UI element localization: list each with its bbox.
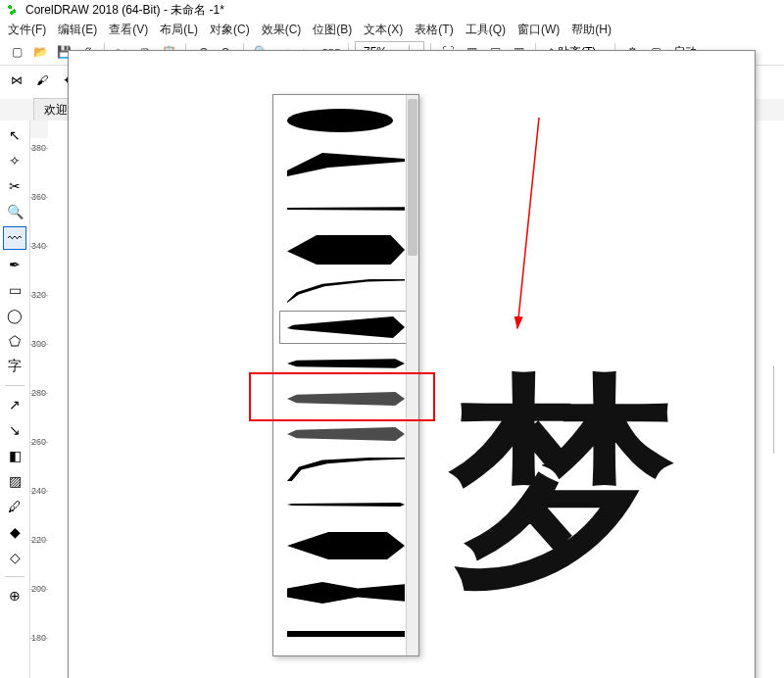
brush-shape-icon bbox=[287, 458, 405, 481]
fill-tool[interactable]: ◆ bbox=[4, 521, 25, 543]
brush-shape-icon bbox=[287, 582, 405, 604]
brush-stroke-popup[interactable] bbox=[272, 94, 419, 656]
pick-tool[interactable]: ↖ bbox=[4, 124, 25, 146]
brush-shape-icon bbox=[287, 427, 405, 441]
menu-tools[interactable]: 工具(Q) bbox=[466, 22, 506, 38]
title-bar: CorelDRAW 2018 (64-Bit) - 未命名 -1* bbox=[0, 0, 784, 20]
transparency-tool[interactable]: ▨ bbox=[4, 470, 25, 492]
new-button[interactable]: ▢ bbox=[6, 41, 27, 63]
menu-file[interactable]: 文件(F) bbox=[8, 22, 46, 38]
brush-option[interactable] bbox=[279, 348, 413, 379]
brush-option[interactable] bbox=[279, 228, 413, 271]
preset-mode-icon[interactable]: ⋈ bbox=[6, 70, 27, 91]
shape-tool[interactable]: ✧ bbox=[4, 150, 25, 171]
scrollbar-thumb[interactable] bbox=[408, 99, 417, 256]
dimension-tool[interactable]: ↗ bbox=[4, 394, 25, 415]
polygon-tool[interactable]: ⬠ bbox=[4, 330, 25, 352]
brush-option[interactable] bbox=[279, 418, 413, 450]
brush-mode-icon[interactable]: 🖌 bbox=[31, 70, 53, 91]
menu-table[interactable]: 表格(T) bbox=[415, 22, 453, 38]
menu-help[interactable]: 帮助(H) bbox=[571, 22, 612, 38]
toolbox: ↖ ✧ ✂ 🔍 〰 ✒ ▭ ◯ ⬠ 字 ↗ ↘ ◧ ▨ 🖊 ◆ ◇ ⊕ bbox=[0, 121, 30, 678]
menu-bitmap[interactable]: 位图(B) bbox=[313, 22, 352, 38]
menu-edit[interactable]: 编辑(E) bbox=[58, 22, 97, 38]
menu-window[interactable]: 窗口(W) bbox=[517, 22, 560, 38]
brush-option[interactable] bbox=[279, 618, 413, 650]
brush-option[interactable] bbox=[279, 524, 413, 567]
open-button[interactable]: 📂 bbox=[29, 41, 51, 63]
eyedropper-tool[interactable]: 🖊 bbox=[4, 496, 25, 517]
brush-option[interactable] bbox=[279, 454, 413, 485]
brush-option[interactable] bbox=[279, 571, 413, 614]
ellipse-tool[interactable]: ◯ bbox=[4, 305, 25, 326]
brush-shape-icon bbox=[287, 532, 405, 559]
menu-object[interactable]: 对象(C) bbox=[210, 22, 250, 38]
docker-edge[interactable] bbox=[773, 365, 784, 454]
vertical-ruler[interactable]: 380360340320300280260240220200180 bbox=[30, 138, 49, 678]
brush-option[interactable] bbox=[279, 311, 413, 344]
window-title: CorelDRAW 2018 (64-Bit) - 未命名 -1* bbox=[25, 0, 224, 20]
brush-option[interactable] bbox=[279, 489, 413, 520]
brush-shape-icon bbox=[287, 631, 405, 637]
ruler-origin[interactable] bbox=[30, 121, 49, 139]
brush-shape-icon bbox=[287, 356, 405, 371]
brush-shape-icon bbox=[287, 500, 405, 509]
connector-tool[interactable]: ↘ bbox=[4, 419, 25, 441]
expand-toolbox-button[interactable]: ⊕ bbox=[4, 585, 25, 606]
brush-option[interactable] bbox=[279, 99, 413, 142]
brush-shape-icon bbox=[287, 200, 405, 218]
artwork-character[interactable]: 梦 bbox=[450, 371, 669, 597]
brush-option[interactable] bbox=[279, 146, 413, 189]
brush-shape-icon bbox=[287, 392, 405, 406]
coreldraw-logo-icon bbox=[6, 3, 20, 17]
brush-shape-icon bbox=[287, 316, 405, 338]
brush-shape-icon bbox=[287, 279, 405, 303]
brush-shape-icon bbox=[287, 235, 405, 265]
outline-tool[interactable]: ◇ bbox=[4, 547, 25, 568]
brush-shape-icon bbox=[287, 106, 405, 135]
zoom-tool[interactable]: 🔍 bbox=[4, 201, 25, 222]
menu-layout[interactable]: 布局(L) bbox=[160, 22, 198, 38]
menu-effect[interactable]: 效果(C) bbox=[262, 22, 302, 38]
crop-tool[interactable]: ✂ bbox=[4, 175, 25, 197]
brush-option[interactable] bbox=[279, 193, 413, 224]
interactive-tool[interactable]: ◧ bbox=[4, 445, 25, 466]
brush-option[interactable] bbox=[279, 275, 413, 307]
artistic-media-tool[interactable]: ✒ bbox=[4, 254, 25, 275]
menu-text[interactable]: 文本(X) bbox=[364, 22, 403, 38]
brush-shape-icon bbox=[287, 153, 405, 182]
menu-bar: 文件(F) 编辑(E) 查看(V) 布局(L) 对象(C) 效果(C) 位图(B… bbox=[0, 20, 784, 39]
text-tool[interactable]: 字 bbox=[4, 356, 25, 377]
rectangle-tool[interactable]: ▭ bbox=[4, 279, 25, 301]
brush-option[interactable] bbox=[279, 383, 413, 414]
scrollbar[interactable] bbox=[406, 95, 418, 655]
freehand-tool[interactable]: 〰 bbox=[3, 226, 26, 250]
menu-view[interactable]: 查看(V) bbox=[109, 22, 148, 38]
